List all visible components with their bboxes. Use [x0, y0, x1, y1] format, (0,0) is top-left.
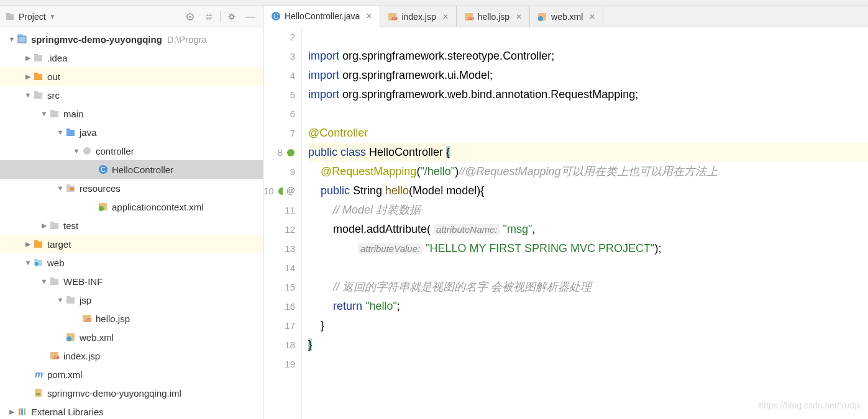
resources-icon	[65, 183, 77, 193]
tree-item-web-xml[interactable]: web.xml	[0, 328, 263, 346]
svg-rect-27	[34, 241, 42, 248]
collapse-all-button[interactable]	[201, 9, 216, 24]
close-tab-icon[interactable]: ✕	[366, 12, 372, 20]
tree-label: out	[47, 71, 60, 82]
tab-web-xml[interactable]: web.xml✕	[530, 6, 603, 27]
svg-point-57	[278, 187, 283, 195]
tree-arrow[interactable]: ▼	[24, 259, 32, 266]
close-tab-icon[interactable]: ✕	[442, 12, 449, 21]
tree-label: web.xml	[80, 332, 114, 343]
code-line-6	[308, 104, 868, 124]
tree-item-hellocontroller[interactable]: CHelloController	[0, 160, 263, 179]
line-number: 4	[263, 66, 295, 85]
tree-label: target	[47, 239, 71, 250]
line-number: 16	[263, 297, 295, 316]
tree-arrow[interactable]: ▼	[7, 35, 16, 43]
tree-arrow[interactable]: ▶	[40, 222, 48, 230]
tab-index-jsp[interactable]: JSPindex.jsp✕	[380, 6, 456, 27]
folder-orange-icon	[32, 71, 45, 81]
line-number: 3	[263, 47, 295, 66]
tree-item-external-libraries[interactable]: ▶External Libraries	[0, 402, 263, 419]
tree-item-controller[interactable]: ▼controller	[0, 142, 263, 160]
svg-rect-25	[50, 223, 58, 229]
tree-arrow[interactable]: ▶	[7, 408, 16, 416]
folder-orange-icon	[32, 239, 45, 249]
tree-item--idea[interactable]: ▶.idea	[0, 48, 263, 67]
hide-button[interactable]: —	[243, 9, 258, 24]
iml-icon	[32, 388, 45, 398]
svg-point-4	[230, 15, 234, 19]
tree-path: D:\Progra	[167, 34, 207, 45]
gutter: 2345678910@111213141516171819	[263, 27, 302, 419]
jsp-icon: JSP	[81, 313, 93, 323]
tree-label: External Libraries	[31, 407, 104, 417]
code-source[interactable]: import org.springframework.stereotype.Co…	[302, 27, 868, 419]
libs-icon	[16, 407, 29, 417]
svg-rect-8	[34, 54, 38, 56]
tree-item-springmvc-demo-yuyongqing[interactable]: ▼springmvc-demo-yuyongqingD:\Progra	[0, 30, 263, 48]
tree-label: index.jsp	[63, 351, 100, 361]
tree-label: WEB-INF	[63, 276, 103, 287]
tree-arrow[interactable]: ▼	[72, 147, 81, 155]
tree-item-src[interactable]: ▼src	[0, 86, 263, 104]
svg-rect-47	[24, 408, 25, 415]
gear-icon[interactable]	[224, 9, 239, 24]
project-icon	[5, 12, 15, 22]
line-number: 14	[263, 258, 295, 277]
tree-item-out[interactable]: ▶out	[0, 67, 263, 86]
tree-item-jsp[interactable]: ▼jsp	[0, 291, 263, 309]
tab-label: HelloController.java	[285, 11, 360, 21]
code-line-18: }	[308, 335, 868, 354]
tree-arrow[interactable]: ▼	[56, 184, 65, 192]
tree-item-index-jsp[interactable]: JSPindex.jsp	[0, 346, 263, 365]
tree-label: web	[47, 258, 65, 268]
code-line-14	[308, 258, 868, 277]
tree-arrow[interactable]: ▼	[56, 128, 65, 136]
tree-item-java[interactable]: ▼java	[0, 123, 263, 142]
svg-rect-35	[66, 296, 70, 298]
svg-text:C: C	[273, 12, 278, 20]
svg-rect-13	[50, 111, 58, 117]
code-line-7: @Controller	[308, 124, 868, 143]
tree-label: .idea	[47, 53, 68, 63]
line-number: 11	[263, 200, 295, 220]
tree-item-target[interactable]: ▶target	[0, 235, 263, 253]
tab-hello-jsp[interactable]: JSPhello.jsp✕	[457, 6, 530, 27]
svg-rect-6	[18, 35, 22, 37]
tree-item-main[interactable]: ▼main	[0, 104, 263, 123]
xml-web-icon	[537, 12, 547, 22]
tree-arrow[interactable]: ▶	[24, 240, 32, 248]
tree-arrow[interactable]: ▶	[24, 73, 32, 81]
svg-point-24	[99, 206, 104, 211]
tree-item-web[interactable]: ▼web	[0, 253, 263, 272]
svg-text:C: C	[101, 166, 106, 173]
tree-item-applicationcontext-xml[interactable]: applicationcontext.xml	[0, 197, 263, 216]
tab-hellocontroller-java[interactable]: CHelloController.java✕	[263, 6, 380, 27]
tree-item-web-inf[interactable]: ▼WEB-INF	[0, 272, 263, 291]
code-editor[interactable]: 2345678910@111213141516171819 import org…	[263, 27, 868, 419]
project-panel-title[interactable]: Project ▼	[5, 12, 55, 22]
folder-icon	[32, 90, 45, 100]
project-tree[interactable]: ▼springmvc-demo-yuyongqingD:\Progra▶.ide…	[0, 27, 263, 419]
close-tab-icon[interactable]: ✕	[516, 12, 522, 21]
tree-label: HelloController	[112, 164, 173, 175]
tree-arrow[interactable]: ▼	[40, 277, 48, 285]
maven-icon: m	[32, 369, 45, 379]
svg-rect-45	[19, 408, 21, 415]
folder-icon	[32, 53, 45, 63]
locate-button[interactable]	[183, 9, 198, 24]
svg-rect-16	[66, 128, 70, 130]
tree-item-springmvc-demo-yuyongqing-iml[interactable]: springmvc-demo-yuyongqing.iml	[0, 384, 263, 402]
svg-rect-32	[50, 279, 58, 285]
code-line-3: import org.springframework.stereotype.Co…	[308, 47, 868, 66]
tree-arrow[interactable]: ▼	[56, 296, 65, 304]
tree-arrow[interactable]: ▼	[40, 110, 48, 117]
tree-item-test[interactable]: ▶test	[0, 216, 263, 235]
project-panel: Project ▼ — ▼springmvc-demo-yuyongqingD:…	[0, 6, 263, 419]
tree-item-pom-xml[interactable]: mpom.xml	[0, 365, 263, 384]
tree-item-resources[interactable]: ▼resources	[0, 179, 263, 197]
tree-arrow[interactable]: ▶	[24, 54, 32, 62]
tree-item-hello-jsp[interactable]: JSPhello.jsp	[0, 309, 263, 328]
tree-arrow[interactable]: ▼	[24, 91, 32, 99]
close-tab-icon[interactable]: ✕	[589, 12, 595, 21]
